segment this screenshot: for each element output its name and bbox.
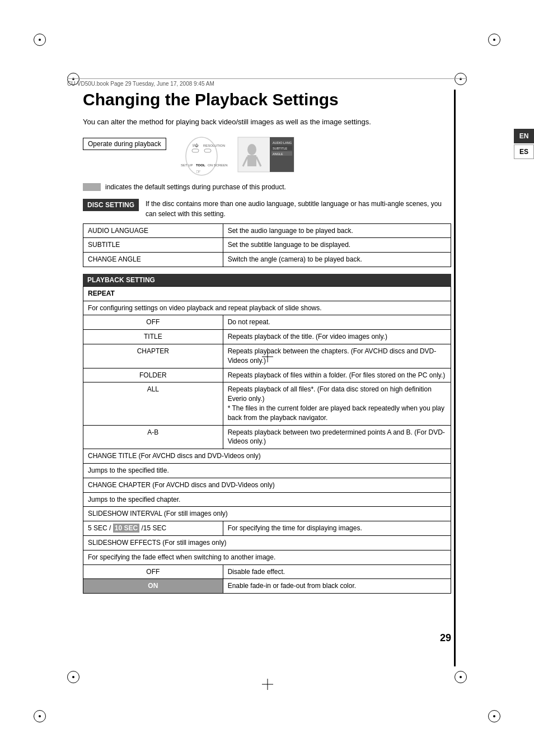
slideshow-interval-label: SLIDESHOW INTERVAL (For still images onl… [83, 507, 451, 521]
table-row: SUBTITLE Set the subtitle language to be… [83, 238, 451, 253]
table-row: ON Enable fade-in or fade-out from black… [83, 579, 451, 594]
repeat-folder-desc: Repeats playback of files within a folde… [223, 368, 451, 382]
repeat-chapter-desc: Repeats playback between the chapters. (… [223, 344, 451, 368]
playback-setting-section: PLAYBACK SETTING REPEAT For configuring … [83, 274, 451, 594]
svg-point-17 [247, 144, 256, 155]
repeat-off-label: OFF [83, 315, 223, 330]
reg-mark-top-right [488, 34, 500, 46]
slideshow-interval-options: 5 SEC / 10 SEC /15 SEC [83, 521, 223, 536]
repeat-ab-label: A-B [83, 425, 223, 449]
repeat-all-label: ALL [83, 382, 223, 425]
disc-row1-col1: AUDIO LANGUAGE [83, 223, 223, 238]
change-chapter-row: CHANGE CHAPTER (For AVCHD discs and DVD-… [83, 478, 451, 492]
svg-text:AUDIO LANG: AUDIO LANG [273, 141, 292, 144]
svg-text:☞: ☞ [196, 169, 201, 175]
slideshow-effects-desc-row: For specifying the fade effect when swit… [83, 550, 451, 564]
main-content: Changing the Playback Settings You can a… [83, 90, 451, 600]
repeat-all-desc: Repeats playback of all files*. (For dat… [223, 382, 451, 425]
repeat-ab-desc: Repeats playback between two predetermin… [223, 425, 451, 449]
page-title: Changing the Playback Settings [83, 90, 451, 110]
default-box-icon [83, 183, 101, 191]
repeat-title-desc: Repeats playback of the title. (For vide… [223, 330, 451, 344]
default-indicator-text: indicates the default settings during pu… [105, 183, 286, 191]
header-bar: CU-VD50U.book Page 29 Tuesday, June 17, … [67, 78, 467, 87]
svg-text:TOOL: TOOL [196, 164, 205, 167]
file-info: CU-VD50U.book Page 29 Tuesday, June 17, … [67, 81, 214, 87]
page-number: 29 [440, 632, 451, 644]
playback-table: REPEAT For configuring settings on video… [83, 286, 451, 594]
svg-text:SUBTITLE: SUBTITLE [273, 147, 288, 150]
table-row: OFF Disable fade effect. [83, 564, 451, 579]
svg-text:ANGLE: ANGLE [273, 152, 283, 156]
effects-off-label: OFF [83, 564, 223, 579]
table-row: A-B Repeats playback between two predete… [83, 425, 451, 449]
playback-setting-header: PLAYBACK SETTING [83, 274, 451, 286]
repeat-desc: For configuring settings on video playba… [83, 301, 451, 315]
slideshow-interval-header-row: SLIDESHOW INTERVAL (For still images onl… [83, 507, 451, 521]
disc-row3-col1: CHANGE ANGLE [83, 253, 223, 267]
repeat-desc-row: For configuring settings on video playba… [83, 301, 451, 315]
table-row: ALL Repeats playback of all files*. (For… [83, 382, 451, 425]
repeat-header-row: REPEAT [83, 286, 451, 301]
table-row: FOLDER Repeats playback of files within … [83, 368, 451, 382]
change-title-desc: Jumps to the specified title. [83, 464, 451, 478]
svg-point-0 [186, 137, 217, 175]
disc-setting-header: DISC SETTING [83, 199, 139, 211]
disc-setting-table: AUDIO LANGUAGE Set the audio language to… [83, 223, 451, 267]
svg-text:ON SCREEN: ON SCREEN [208, 164, 228, 167]
change-title-desc-row: Jumps to the specified title. [83, 464, 451, 478]
device-illustrations: I/⏻ SET UP TOOL ON SCREEN RESOLUTION ☞ [175, 136, 299, 178]
effects-on-label: ON [83, 579, 223, 594]
reg-mark-bottom-right [488, 710, 500, 722]
remote-illustration: I/⏻ SET UP TOOL ON SCREEN RESOLUTION ☞ [175, 136, 228, 178]
cross-mark-bottom [262, 679, 273, 690]
disc-row2-col1: SUBTITLE [83, 238, 223, 253]
change-chapter-label: CHANGE CHAPTER (For AVCHD discs and DVD-… [83, 478, 451, 492]
effects-off-desc: Disable fade effect. [223, 564, 451, 579]
disc-row3-col2: Switch the angle (camera) to be played b… [223, 253, 451, 267]
reg-inner-bottom-right [455, 671, 467, 683]
svg-rect-8 [204, 149, 211, 152]
right-border [454, 90, 456, 666]
slideshow-effects-desc: For specifying the fade effect when swit… [83, 550, 451, 564]
change-title-label: CHANGE TITLE (For AVCHD discs and DVD-Vi… [83, 449, 451, 464]
repeat-title-label: TITLE [83, 330, 223, 344]
reg-mark-bottom-left [34, 710, 46, 722]
reg-inner-bottom-left [67, 671, 79, 683]
cross-mark-top [262, 351, 273, 362]
disc-setting-desc: If the disc contains more than one audio… [146, 199, 451, 219]
intro-text: You can alter the method for playing bac… [83, 116, 451, 128]
screen-illustration: AUDIO LANG SUBTITLE ANGLE [235, 136, 299, 178]
change-chapter-desc: Jumps to the specified chapter. [83, 492, 451, 507]
slideshow-interval-desc: For specifying the time for displaying i… [223, 521, 451, 536]
svg-rect-7 [192, 149, 199, 152]
disc-setting-section: DISC SETTING If the disc contains more t… [83, 199, 451, 267]
effects-on-desc: Enable fade-in or fade-out from black co… [223, 579, 451, 594]
slideshow-interval-options-row: 5 SEC / 10 SEC /15 SEC For specifying th… [83, 521, 451, 536]
svg-text:I/⏻: I/⏻ [193, 143, 199, 147]
disc-row2-col2: Set the subtitle language to be displaye… [223, 238, 451, 253]
svg-text:RESOLUTION: RESOLUTION [203, 144, 225, 147]
repeat-label: REPEAT [83, 286, 451, 301]
table-row: CHANGE ANGLE Switch the angle (camera) t… [83, 253, 451, 267]
slideshow-highlight: 10 SEC [113, 524, 139, 533]
repeat-folder-label: FOLDER [83, 368, 223, 382]
change-title-row: CHANGE TITLE (For AVCHD discs and DVD-Vi… [83, 449, 451, 464]
operate-box: Operate during playback [83, 138, 166, 150]
table-row: TITLE Repeats playback of the title. (Fo… [83, 330, 451, 344]
language-tabs: EN ES [514, 129, 534, 159]
change-chapter-desc-row: Jumps to the specified chapter. [83, 492, 451, 507]
table-row: AUDIO LANGUAGE Set the audio language to… [83, 223, 451, 238]
table-row: OFF Do not repeat. [83, 315, 451, 330]
operate-section: Operate during playback I/⏻ SET UP TOOL … [83, 136, 451, 178]
default-indicator: indicates the default settings during pu… [83, 183, 451, 191]
slideshow-effects-header-row: SLIDESHOW EFFECTS (For still images only… [83, 536, 451, 550]
reg-mark-top-left [34, 34, 46, 46]
lang-tab-en[interactable]: EN [514, 129, 534, 143]
slideshow-effects-label: SLIDESHOW EFFECTS (For still images only… [83, 536, 451, 550]
lang-tab-es[interactable]: ES [514, 144, 534, 159]
disc-row1-col2: Set the audio language to be played back… [223, 223, 451, 238]
repeat-chapter-label: CHAPTER [83, 344, 223, 368]
svg-text:SET UP: SET UP [181, 164, 193, 167]
svg-rect-18 [247, 155, 256, 166]
